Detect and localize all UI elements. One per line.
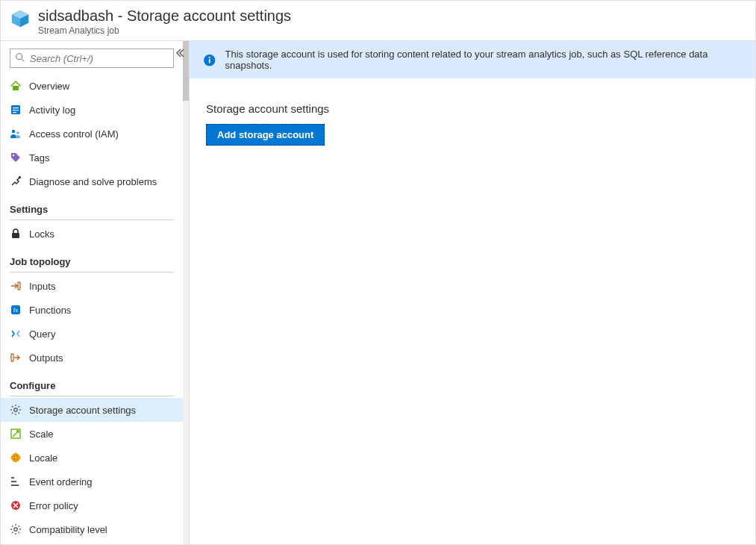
divider bbox=[10, 396, 174, 396]
sidebar-item-scale[interactable]: Scale bbox=[1, 422, 183, 446]
scale-icon bbox=[10, 428, 22, 440]
svg-line-27 bbox=[12, 413, 13, 414]
svg-rect-19 bbox=[11, 354, 13, 361]
nav-label: Error policy bbox=[29, 500, 78, 511]
page-header: sidsadbash - Storage account settings St… bbox=[1, 1, 755, 41]
nav-label: Diagnose and solve problems bbox=[29, 176, 157, 187]
divider bbox=[10, 272, 174, 272]
sidebar-item-error-policy[interactable]: Error policy bbox=[1, 493, 183, 517]
resource-icon bbox=[10, 8, 31, 29]
nav-label: Locks bbox=[29, 228, 54, 240]
svg-line-44 bbox=[12, 532, 13, 534]
svg-line-4 bbox=[22, 59, 25, 62]
overview-icon bbox=[10, 80, 22, 92]
sidebar-item-outputs[interactable]: Outputs bbox=[1, 346, 183, 370]
sidebar-item-event-ordering[interactable]: Event ordering bbox=[1, 470, 183, 493]
search-input[interactable] bbox=[30, 53, 169, 64]
info-banner: This storage account is used for storing… bbox=[190, 41, 755, 78]
error-policy-icon bbox=[10, 499, 22, 511]
nav-label: Compatibility level bbox=[29, 524, 107, 535]
svg-rect-34 bbox=[11, 481, 16, 482]
diagnose-icon bbox=[10, 175, 22, 187]
nav-label: Inputs bbox=[29, 281, 55, 292]
functions-icon: fx bbox=[10, 304, 22, 316]
sidebar-item-locks[interactable]: Locks bbox=[1, 222, 183, 246]
nav-label: Tags bbox=[29, 152, 49, 164]
compat-icon bbox=[10, 523, 22, 535]
lock-icon bbox=[10, 228, 22, 240]
svg-marker-5 bbox=[10, 81, 21, 87]
sidebar-item-access-control[interactable]: Access control (IAM) bbox=[1, 122, 183, 146]
main-panel: This storage account is used for storing… bbox=[189, 41, 755, 545]
sidebar-item-activity-log[interactable]: Activity log bbox=[1, 98, 183, 122]
sidebar-item-inputs[interactable]: Inputs bbox=[1, 274, 183, 298]
svg-line-42 bbox=[12, 526, 13, 527]
svg-rect-9 bbox=[13, 110, 19, 110]
sidebar-item-compat-level[interactable]: Compatibility level bbox=[1, 517, 183, 541]
sidebar-item-functions[interactable]: fx Functions bbox=[1, 298, 183, 322]
sidebar-section-settings: Settings bbox=[1, 193, 183, 218]
nav-label: Event ordering bbox=[29, 476, 93, 488]
sidebar: Overview Activity log Access control (IA… bbox=[1, 41, 189, 545]
svg-rect-35 bbox=[11, 485, 19, 486]
svg-rect-33 bbox=[11, 477, 14, 479]
nav-label: Overview bbox=[29, 81, 69, 92]
sidebar-item-locale[interactable]: Locale bbox=[1, 446, 183, 470]
event-ordering-icon bbox=[10, 476, 22, 488]
svg-point-3 bbox=[16, 54, 22, 60]
sidebar-search[interactable] bbox=[10, 49, 174, 68]
svg-line-25 bbox=[12, 406, 13, 408]
sidebar-section-configure: Configure bbox=[1, 370, 183, 394]
divider bbox=[10, 219, 174, 220]
info-text: This storage account is used for storing… bbox=[225, 49, 742, 71]
svg-point-13 bbox=[13, 155, 14, 156]
svg-rect-6 bbox=[13, 86, 19, 90]
nav-label: Storage account settings bbox=[29, 405, 136, 416]
svg-point-37 bbox=[14, 528, 17, 531]
nav-label: Locale bbox=[29, 452, 57, 464]
svg-line-43 bbox=[19, 532, 20, 534]
inputs-icon bbox=[10, 280, 22, 292]
svg-point-12 bbox=[16, 132, 19, 135]
add-storage-account-button[interactable]: Add storage account bbox=[206, 124, 325, 146]
nav-label: Activity log bbox=[29, 105, 75, 116]
locale-icon bbox=[10, 452, 22, 464]
nav-label: Access control (IAM) bbox=[29, 128, 119, 140]
nav-label: Scale bbox=[29, 429, 54, 440]
svg-rect-15 bbox=[12, 233, 19, 238]
svg-rect-10 bbox=[13, 112, 16, 113]
sidebar-item-diagnose[interactable]: Diagnose and solve problems bbox=[1, 169, 183, 193]
sidebar-section-job-topology: Job topology bbox=[1, 246, 183, 270]
info-icon bbox=[203, 53, 216, 66]
svg-rect-16 bbox=[18, 282, 20, 290]
svg-text:fx: fx bbox=[13, 307, 19, 314]
sidebar-item-tags[interactable]: Tags bbox=[1, 146, 183, 169]
collapse-sidebar-icon[interactable] bbox=[174, 47, 183, 59]
svg-rect-8 bbox=[13, 108, 19, 108]
svg-point-30 bbox=[11, 453, 20, 462]
activity-log-icon bbox=[10, 104, 22, 116]
sidebar-item-overview[interactable]: Overview bbox=[1, 74, 183, 98]
nav-label: Outputs bbox=[29, 352, 63, 364]
gear-icon bbox=[10, 404, 22, 416]
access-control-icon bbox=[10, 128, 22, 140]
page-subtitle: Stream Analytics job bbox=[38, 25, 291, 36]
query-icon bbox=[10, 328, 22, 340]
nav-label: Query bbox=[29, 328, 55, 340]
main-heading: Storage account settings bbox=[206, 102, 739, 115]
svg-line-45 bbox=[19, 526, 20, 527]
tag-icon bbox=[10, 152, 22, 164]
nav-label: Functions bbox=[29, 305, 71, 316]
sidebar-item-storage-settings[interactable]: Storage account settings bbox=[1, 398, 183, 422]
sidebar-item-query[interactable]: Query bbox=[1, 322, 183, 346]
search-icon bbox=[15, 52, 25, 65]
svg-rect-47 bbox=[209, 59, 210, 63]
sidebar-scrollbar[interactable] bbox=[183, 41, 189, 545]
svg-point-20 bbox=[14, 408, 17, 411]
svg-line-26 bbox=[19, 413, 20, 414]
outputs-icon bbox=[10, 352, 22, 364]
page-title: sidsadbash - Storage account settings bbox=[38, 7, 291, 25]
svg-point-48 bbox=[209, 56, 210, 57]
svg-line-28 bbox=[19, 406, 20, 408]
svg-point-11 bbox=[12, 130, 15, 133]
